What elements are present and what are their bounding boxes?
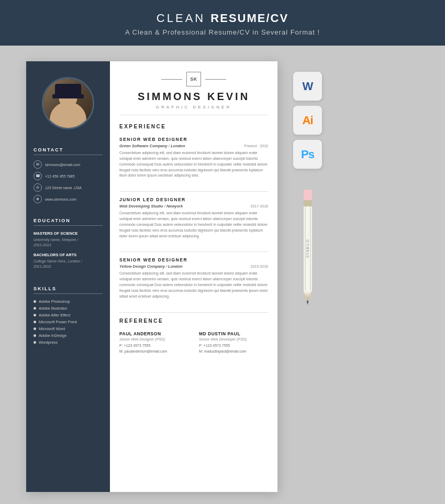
ref-item-1: PAUL ANDERSON Senior Web Designer (PSD) … [119,331,188,354]
skill-2: Adobe Illustrator [34,306,103,311]
profile-photo [42,77,94,129]
ref-role-2: Senior Web Developer (PSD) [199,337,268,341]
exp-desc-1: Consectetuer adipiscing elit, sed diam e… [119,150,268,179]
contact-phone-item: ☎ +12 456 455 7885 [34,172,103,180]
skills-section-title: SKILLS [34,286,103,294]
ref-contact-1: P: +123 4573 7555 M: paulanderson@email.… [119,343,188,354]
exp-meta-1: Green Software Company / London Present … [119,144,268,148]
resume-name: SIMMONS KEVIN [119,91,268,103]
pencil-tip-wood [304,291,312,301]
exp-date-1: Present · 2019 [244,144,268,148]
reference-section-title: REFERENCE [119,318,268,326]
divider-3 [119,312,268,313]
exp-item-3: SENIOR WEB DESIGNER Yellow Design Compan… [119,257,268,299]
pencil-body: STABILO [304,206,312,291]
skill-bullet [34,341,36,344]
contact-email: simmons@email.com [45,163,80,167]
skill-1: Adobe Photoshop [34,299,103,304]
education-section: EDUCATION MASTERS OF SCIENCE University … [26,211,110,279]
ai-icon-box[interactable]: Ai [293,106,322,135]
education-section-title: EDUCATION [34,218,103,226]
exp-desc-2: Consectetuer adipiscing elit, sed diam e… [119,211,268,239]
pencil-stripe-right [310,206,311,291]
exp-company-3: Yellow Design Company / London [119,264,183,269]
monogram-box: SK [186,72,201,86]
banner-subtitle: A Clean & Professional Resume/CV in Seve… [21,28,424,36]
pencil-brand-text: STABILO [306,239,309,258]
skill-7: Wordpress [34,340,103,345]
exp-date-3: 2015-2016 [251,265,268,268]
exp-meta-3: Yellow Design Company / London 2015-2016 [119,264,268,269]
exp-meta-2: Web Developing Studio / Newyork 2017-201… [119,204,268,209]
file-icons: W Ai Ps [293,72,322,169]
resume-header: SK SIMMONS KEVIN GRAPHIC DESIGNER [119,72,268,115]
edu-school-1: University name, Newyork / 2012-2013 [34,237,103,248]
resume-main: SK SIMMONS KEVIN GRAPHIC DESIGNER EXPERI… [110,61,277,492]
edu-degree-1: MASTERS OF SCIENCE [34,231,103,236]
exp-company-2: Web Developing Studio / Newyork [119,204,183,209]
pencil-container: STABILO [304,190,312,305]
hat-brim [52,94,84,98]
word-icon-label: W [303,80,313,93]
ps-icon-label: Ps [301,148,314,161]
pencil-tip-graphite [307,301,309,305]
skill-4: Microsoft Power Point [34,320,103,324]
contact-section: CONTACT ✉ simmons@email.com ☎ +12 456 45… [26,140,110,211]
exp-date-2: 2017-2018 [251,204,268,208]
experience-section-title: EXPERIENCE [119,124,268,132]
contact-address: 123 Street name ,USA [45,186,82,190]
location-icon: ⊙ [34,183,42,192]
skill-bullet [34,300,36,303]
banner-title-plain: CLEAN [157,12,210,25]
monogram-line-left [161,79,182,80]
skill-bullet [34,334,36,337]
header-monogram: SK [119,72,268,86]
ai-icon-label: Ai [303,114,313,127]
exp-desc-3: Consectetuer adipiscing elit, sed diam e… [119,271,268,299]
profile-photo-placeholder [43,79,93,128]
exp-company-1: Green Software Company / London [119,144,185,148]
exp-item-2: JUNIOR LED DESIGNER Web Developing Studi… [119,197,268,239]
email-icon: ✉ [34,160,42,169]
main-area: CONTACT ✉ simmons@email.com ☎ +12 456 45… [0,46,445,502]
ref-contact-2: P: +123 4573 7555 M: madustinpaul@email.… [199,343,268,354]
skill-6: Adobe InDesign [34,333,103,338]
resume-job-title: GRAPHIC DESIGNER [119,105,268,109]
divider-1 [119,191,268,192]
edu-degree-2: BACHELORS OF ARTS [34,253,103,258]
edu-item-2: BACHELORS OF ARTS College Name Here, Lon… [34,253,103,269]
skill-bullet [34,327,36,330]
pencil-ferrule [304,200,312,206]
edu-item-1: MASTERS OF SCIENCE University name, Newy… [34,231,103,247]
contact-website-item: ⊕ www.simmons.com [34,195,103,203]
exp-job-title-1: SENIOR WEB DESIGNER [119,137,268,142]
divider-2 [119,251,268,252]
skill-3: Adobe After Effect [34,313,103,317]
word-icon-box[interactable]: W [293,72,322,101]
phone-icon: ☎ [34,172,42,180]
exp-item-1: SENIOR WEB DESIGNER Green Software Compa… [119,137,268,179]
reference-section: PAUL ANDERSON Senior Web Designer (PSD) … [119,331,268,354]
contact-email-item: ✉ simmons@email.com [34,160,103,169]
banner-title-bold: RESUME/CV [210,12,288,25]
resume-sidebar: CONTACT ✉ simmons@email.com ☎ +12 456 45… [26,61,110,492]
ps-icon-box[interactable]: Ps [293,140,322,169]
ref-name-2: MD DUSTIN PAUL [199,331,268,336]
edu-school-2: College Name Here, London / 2011-2012 [34,259,103,269]
contact-address-item: ⊙ 123 Street name ,USA [34,183,103,192]
contact-phone: +12 456 455 7885 [45,174,75,178]
ref-name-1: PAUL ANDERSON [119,331,188,336]
top-banner: CLEAN RESUME/CV A Clean & Professional R… [0,0,445,46]
resume-card: CONTACT ✉ simmons@email.com ☎ +12 456 45… [26,61,277,492]
banner-title: CLEAN RESUME/CV [21,12,424,25]
ref-role-1: Senior Web Designer (PSD) [119,337,188,341]
skill-bullet [34,321,36,323]
right-panel: W Ai Ps STABILO [293,61,322,492]
web-icon: ⊕ [34,195,42,203]
contact-section-title: CONTACT [34,147,103,155]
monogram-line-right [205,79,226,80]
pencil-eraser [304,190,312,200]
pencil: STABILO [304,190,312,305]
contact-website: www.simmons.com [45,198,76,201]
skill-bullet [34,314,36,316]
